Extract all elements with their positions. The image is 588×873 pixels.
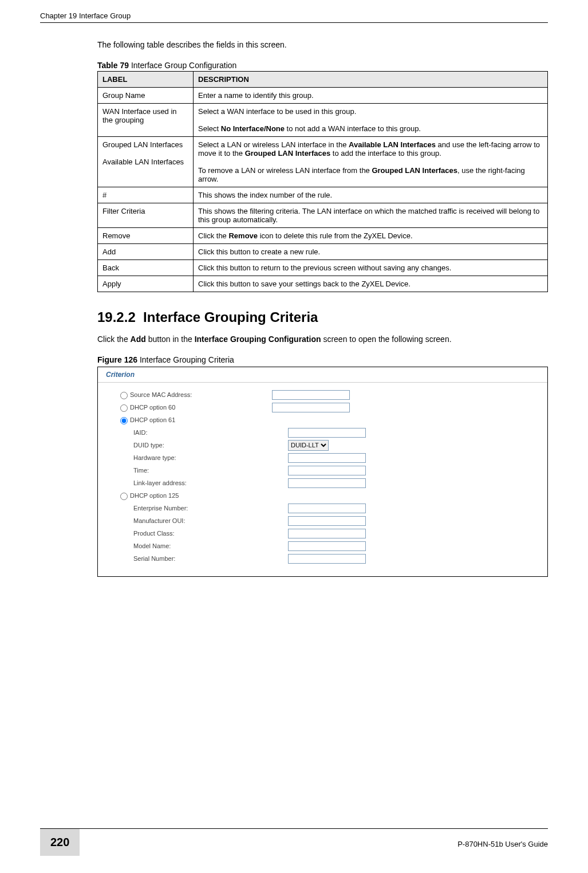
label-manufacturer-oui: Manufacturer OUI: — [117, 517, 288, 524]
table-row: WAN Interface used in the groupingSelect… — [98, 104, 548, 137]
label-enterprise-number: Enterprise Number: — [117, 505, 288, 512]
table-row: AddClick this button to create a new rul… — [98, 244, 548, 260]
select-duid-type[interactable]: DUID-LLT — [288, 440, 329, 451]
table-cell-description: Enter a name to identify this group. — [194, 88, 548, 104]
table-cell-label: Add — [98, 244, 194, 260]
table-row: ApplyClick this button to save your sett… — [98, 276, 548, 292]
table-cell-description: Click this button to save your settings … — [194, 276, 548, 292]
radio-dhcp-61[interactable] — [120, 417, 128, 424]
figure-criterion-panel: Criterion Source MAC Address: DHCP optio… — [97, 367, 548, 577]
section-number: 19.2.2 — [97, 309, 136, 325]
section-title-text: Interface Grouping Criteria — [143, 309, 318, 325]
label-serial-number: Serial Number: — [117, 555, 288, 562]
label-link-layer: Link-layer address: — [117, 479, 288, 486]
radio-dhcp-125[interactable] — [120, 493, 128, 500]
input-hardware-type[interactable] — [288, 453, 366, 463]
table-caption-title: Interface Group Configuration — [129, 61, 236, 70]
input-enterprise-number[interactable] — [288, 504, 366, 513]
table-cell-label: Group Name — [98, 88, 194, 104]
radio-dhcp-60[interactable] — [120, 404, 128, 412]
table-cell-label: Apply — [98, 276, 194, 292]
table-interface-group-config: LABEL DESCRIPTION Group NameEnter a name… — [97, 71, 548, 292]
guide-name: P-870HN-51b User's Guide — [457, 836, 548, 848]
label-iaid: IAID: — [117, 429, 288, 436]
input-iaid[interactable] — [288, 428, 366, 438]
label-hardware-type: Hardware type: — [117, 454, 288, 461]
table-cell-description: Click the Remove icon to delete this rul… — [194, 228, 548, 244]
input-product-class[interactable] — [288, 529, 366, 538]
table-cell-description: Click this button to create a new rule. — [194, 244, 548, 260]
label-dhcp-60: DHCP option 60 — [130, 404, 175, 411]
section-paragraph: Click the Add button in the Interface Gr… — [97, 335, 548, 344]
table-cell-description: This shows the filtering criteria. The L… — [194, 203, 548, 228]
table-row: RemoveClick the Remove icon to delete th… — [98, 228, 548, 244]
page-number: 220 — [40, 829, 80, 856]
table-row: Filter CriteriaThis shows the filtering … — [98, 203, 548, 228]
input-serial-number[interactable] — [288, 554, 366, 564]
figure-caption-number: Figure 126 — [97, 355, 137, 364]
table-cell-label: Filter Criteria — [98, 203, 194, 228]
figure-caption-title: Interface Grouping Criteria — [137, 355, 234, 364]
page-footer: 220 P-870HN-51b User's Guide — [0, 828, 588, 856]
input-dhcp-60[interactable] — [272, 403, 350, 412]
table-caption-number: Table 79 — [97, 61, 129, 70]
table-row: Grouped LAN InterfacesAvailable LAN Inte… — [98, 137, 548, 187]
table-cell-label: Back — [98, 260, 194, 276]
table-cell-label: # — [98, 187, 194, 203]
table-cell-label: WAN Interface used in the grouping — [98, 104, 194, 137]
input-manufacturer-oui[interactable] — [288, 516, 366, 526]
table-header-description: DESCRIPTION — [194, 72, 548, 88]
intro-paragraph: The following table describes the fields… — [97, 40, 548, 49]
figure-caption: Figure 126 Interface Grouping Criteria — [97, 355, 548, 364]
input-time[interactable] — [288, 466, 366, 475]
table-cell-description: Select a LAN or wireless LAN interface i… — [194, 137, 548, 187]
label-model-name: Model Name: — [117, 542, 288, 549]
section-heading: 19.2.2 Interface Grouping Criteria — [97, 309, 548, 325]
table-cell-description: Click this button to return to the previ… — [194, 260, 548, 276]
criterion-panel-title: Criterion — [98, 367, 547, 383]
table-cell-description: This shows the index number of the rule. — [194, 187, 548, 203]
label-time: Time: — [117, 467, 288, 474]
input-model-name[interactable] — [288, 541, 366, 551]
running-head: Chapter 19 Interface Group — [40, 11, 548, 23]
input-link-layer[interactable] — [288, 478, 366, 488]
radio-source-mac[interactable] — [120, 392, 128, 399]
table-cell-description: Select a WAN interface to be used in thi… — [194, 104, 548, 137]
label-dhcp-125: DHCP option 125 — [130, 492, 179, 499]
table-row: #This shows the index number of the rule… — [98, 187, 548, 203]
table-row: Group NameEnter a name to identify this … — [98, 88, 548, 104]
table-header-label: LABEL — [98, 72, 194, 88]
label-source-mac: Source MAC Address: — [130, 391, 192, 398]
label-dhcp-61: DHCP option 61 — [130, 416, 175, 423]
label-duid-type: DUID type: — [117, 442, 288, 449]
table-cell-label: Remove — [98, 228, 194, 244]
input-source-mac[interactable] — [272, 390, 350, 400]
table-row: BackClick this button to return to the p… — [98, 260, 548, 276]
table-caption: Table 79 Interface Group Configuration — [97, 61, 548, 70]
label-product-class: Product Class: — [117, 530, 288, 537]
table-cell-label: Grouped LAN InterfacesAvailable LAN Inte… — [98, 137, 194, 187]
